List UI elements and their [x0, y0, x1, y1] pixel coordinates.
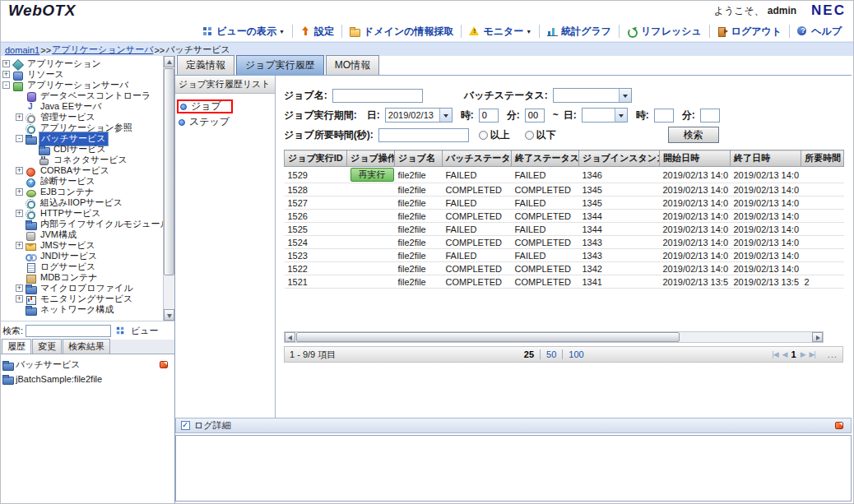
to-hour-input[interactable] [654, 109, 674, 123]
panel-tree-item[interactable]: ステップ [179, 115, 230, 129]
from-date-select[interactable]: 2019/02/13 [385, 108, 453, 123]
tree-toggle[interactable] [16, 306, 23, 313]
tree-toggle[interactable] [29, 156, 36, 164]
content-tab[interactable]: 定義情報 [177, 55, 234, 75]
to-minute-input[interactable] [700, 109, 720, 123]
tree-toggle[interactable] [16, 92, 23, 99]
log-detach-icon[interactable] [834, 421, 844, 430]
job-row[interactable]: 1521 file2file COMPLETED COMPLETED 1341 … [285, 275, 844, 289]
tree-toggle[interactable] [16, 263, 23, 270]
tree-scrollbar[interactable] [163, 56, 174, 321]
job-name-input[interactable] [332, 89, 423, 103]
batch-status-select[interactable] [553, 88, 632, 103]
page-size-option[interactable]: 25 [518, 349, 540, 359]
duration-le-radio[interactable] [525, 131, 534, 140]
toolbar-button[interactable]: ヘルプ [789, 25, 849, 38]
history-item[interactable]: jBatchSample:file2file [2, 372, 172, 386]
column-header[interactable]: 終了日時 [731, 150, 801, 167]
tree-toggle[interactable]: - [2, 81, 10, 89]
tree-item[interactable]: +アプリケーション [0, 58, 163, 69]
scroll-up-icon[interactable] [164, 56, 174, 67]
dropdown-arrow-icon[interactable] [439, 109, 452, 122]
job-row[interactable]: 1529 再実行 file2file FAILED FAILED 1346 20… [285, 167, 844, 183]
log-detail-checkbox[interactable] [181, 421, 190, 430]
panel-tree-item[interactable]: ジョブ [177, 99, 233, 113]
tree-item[interactable]: ネットワーク構成 [0, 304, 163, 315]
breadcrumb-appserver-link[interactable]: アプリケーションサーバ [52, 44, 153, 56]
duration-ge-radio[interactable] [479, 131, 488, 140]
content-tab[interactable]: ジョブ実行履歴 [236, 55, 324, 75]
column-header[interactable]: ジョブ操作 [347, 150, 395, 167]
job-row[interactable]: 1522 file2file COMPLETED COMPLETED 1342 … [285, 262, 844, 275]
toolbar-button[interactable]: ビューの表示▼ [195, 25, 292, 38]
scroll-down-icon[interactable] [164, 309, 174, 321]
toolbar-button[interactable]: リフレッシュ [619, 25, 709, 38]
tree-toggle[interactable]: + [16, 210, 23, 217]
tree-toggle[interactable] [29, 146, 36, 153]
toolbar-button[interactable]: 設定 [292, 25, 341, 38]
sidebar-search-input[interactable] [26, 325, 111, 337]
sidebar-tab[interactable]: 変更 [32, 339, 62, 354]
page-size-option[interactable]: 100 [562, 349, 589, 359]
pager-more-button[interactable]: ... [828, 349, 838, 359]
toolbar-button[interactable]: ドメインの情報採取 [341, 25, 461, 38]
from-minute-input[interactable] [525, 109, 545, 123]
toolbar-button[interactable]: モニター▼ [461, 25, 539, 38]
column-header[interactable]: ジョブインスタンスID [579, 150, 660, 167]
tree-toggle[interactable] [16, 124, 23, 132]
detach-view-icon[interactable] [159, 360, 169, 369]
prev-page-icon[interactable]: ◀ [782, 350, 787, 358]
tree-toggle[interactable] [16, 252, 23, 260]
job-row[interactable]: 1524 file2file COMPLETED COMPLETED 1343 … [285, 236, 844, 249]
tree-toggle[interactable] [16, 178, 23, 185]
tree-toggle[interactable] [16, 220, 23, 228]
scroll-left-icon[interactable] [285, 332, 295, 342]
column-header[interactable]: バッチステータス [443, 150, 512, 167]
tree-toggle[interactable] [16, 103, 23, 110]
column-header[interactable]: 終了ステータス [512, 150, 579, 167]
first-page-icon[interactable]: |◀ [772, 350, 777, 358]
sidebar-tab[interactable]: 検索結果 [63, 339, 110, 354]
tree-toggle[interactable]: - [16, 135, 23, 142]
tree-toggle[interactable]: + [16, 188, 23, 196]
job-row[interactable]: 1528 file2file COMPLETED COMPLETED 1345 … [285, 183, 844, 197]
job-row[interactable]: 1527 file2file FAILED FAILED 1345 2019/0… [285, 197, 844, 210]
toolbar-button[interactable]: ログアウト [709, 25, 789, 38]
tree-toggle[interactable]: + [2, 60, 10, 67]
search-button[interactable]: 検索 [668, 127, 719, 143]
hscroll-thumb[interactable] [296, 332, 680, 342]
page-size-option[interactable]: 50 [540, 349, 562, 359]
column-header[interactable]: 所要時間 [801, 150, 844, 167]
breadcrumb-domain-link[interactable]: domain1 [5, 45, 39, 55]
content-tab[interactable]: MO情報 [326, 55, 379, 75]
rerun-button[interactable]: 再実行 [350, 168, 394, 182]
job-row[interactable]: 1526 file2file COMPLETED COMPLETED 1344 … [285, 210, 844, 223]
next-page-icon[interactable]: ▶ [801, 350, 805, 358]
tree-toggle[interactable]: + [16, 284, 23, 292]
duration-input[interactable] [378, 128, 469, 142]
column-header[interactable]: 開始日時 [660, 150, 731, 167]
history-item[interactable]: バッチサービス [2, 358, 172, 372]
dropdown-arrow-icon[interactable] [615, 109, 627, 122]
to-date-select[interactable] [582, 108, 628, 123]
tree-toggle[interactable]: + [16, 167, 23, 174]
tree-toggle[interactable]: + [16, 113, 23, 121]
last-page-icon[interactable]: ▶| [810, 350, 815, 358]
tree-toggle[interactable]: + [16, 242, 23, 249]
table-hscrollbar[interactable] [284, 331, 824, 343]
job-row[interactable]: 1523 file2file FAILED FAILED 1343 2019/0… [285, 249, 844, 262]
tree-toggle[interactable] [16, 199, 23, 206]
tree-toggle[interactable]: + [2, 71, 10, 78]
scroll-right-icon[interactable] [812, 332, 823, 342]
scroll-thumb[interactable] [164, 68, 174, 275]
from-hour-input[interactable] [479, 109, 499, 123]
view-menu-button[interactable]: ビュー [115, 325, 159, 337]
tree-toggle[interactable] [16, 274, 23, 281]
tree-item[interactable]: 内部ライフサイクルモジュール [0, 219, 163, 229]
tree-toggle[interactable] [16, 231, 23, 238]
dropdown-arrow-icon[interactable] [619, 89, 631, 102]
job-row[interactable]: 1525 file2file FAILED FAILED 1344 2019/0… [285, 223, 844, 236]
sidebar-tab[interactable]: 履歴 [2, 339, 31, 354]
tree-toggle[interactable]: + [16, 295, 23, 303]
column-header[interactable]: ジョブ名 [395, 150, 443, 167]
